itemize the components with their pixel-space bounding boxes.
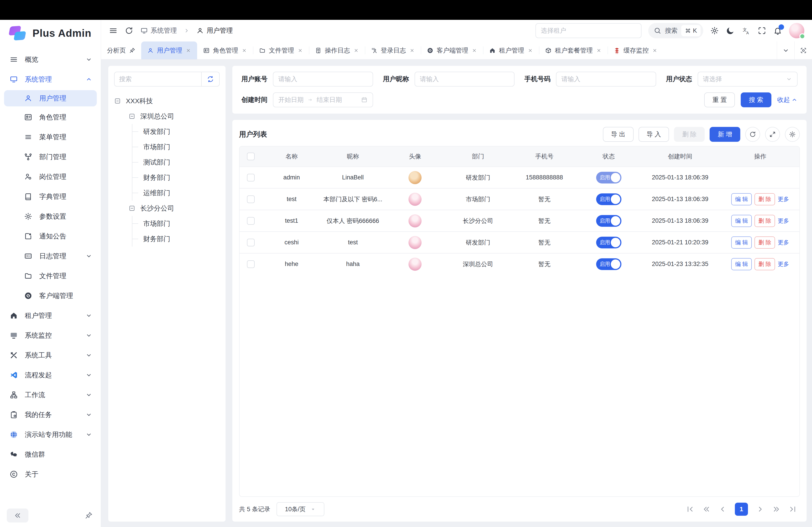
close-icon[interactable] (472, 48, 477, 54)
tab-client-management[interactable]: 客户端管理 (421, 42, 483, 59)
page-size-select[interactable]: 10条/页 (277, 502, 324, 516)
sidebar-item-process-start[interactable]: 流程发起 (0, 365, 101, 385)
delete-row-button[interactable]: 删 除 (754, 258, 775, 270)
sidebar-item-param-settings[interactable]: 参数设置 (0, 207, 101, 226)
tree-node-branch[interactable]: 长沙分公司 (129, 201, 220, 216)
sidebar-item-user-management[interactable]: 用户管理 (4, 90, 97, 106)
tab-tenant-management[interactable]: 租户管理 (483, 42, 539, 59)
sidebar-item-notice[interactable]: 通知公告 (0, 226, 101, 246)
sidebar-item-system-management[interactable]: 系统管理 (0, 70, 101, 89)
tab-analysis[interactable]: 分析页 (101, 42, 141, 59)
collapse-filter-link[interactable]: 收起 (777, 95, 798, 104)
status-toggle[interactable]: 启用 (596, 172, 621, 183)
tab-role-management[interactable]: 角色管理 (197, 42, 253, 59)
breadcrumb-level1[interactable]: 系统管理 (140, 26, 177, 35)
dark-mode-moon-icon[interactable] (726, 26, 735, 35)
close-icon[interactable] (297, 48, 303, 54)
row-checkbox[interactable] (247, 195, 255, 203)
sidebar-item-post-management[interactable]: 岗位管理 (0, 167, 101, 187)
sidebar-item-demo-features[interactable]: 演示站专用功能 (0, 425, 101, 445)
tab-cache-monitor[interactable]: redis 缓存监控 (608, 42, 664, 59)
sidebar-item-dict-management[interactable]: 字典管理 (0, 187, 101, 207)
tab-operation-log[interactable]: 操作日志 (309, 42, 365, 59)
date-range-picker[interactable]: 开始日期 结束日期 (273, 92, 373, 107)
sidebar-item-file-management[interactable]: 文件管理 (0, 266, 101, 286)
jump-back-button[interactable] (702, 505, 710, 513)
close-icon[interactable] (353, 48, 359, 54)
delete-row-button[interactable]: 删 除 (754, 215, 775, 227)
jump-forward-button[interactable] (772, 505, 780, 513)
sidebar-item-wechat-group[interactable]: 微信群 (0, 445, 101, 464)
close-icon[interactable] (596, 48, 602, 54)
tab-tenant-package-management[interactable]: 租户套餐管理 (539, 42, 608, 59)
pin-icon[interactable] (85, 511, 93, 520)
search-button[interactable]: 搜 索 (741, 92, 771, 107)
close-icon[interactable] (185, 48, 191, 54)
tab-file-management[interactable]: 文件管理 (253, 42, 309, 59)
sidebar-item-log-management[interactable]: DEV 日志管理 (0, 246, 101, 266)
account-input[interactable]: 请输入 (273, 72, 373, 87)
prev-page-button[interactable] (719, 505, 727, 513)
edit-button[interactable]: 编 辑 (731, 215, 752, 227)
sidebar-item-tenant-management[interactable]: 租户管理 (0, 306, 101, 326)
content-fullscreen-button[interactable] (794, 42, 812, 59)
edit-button[interactable]: 编 辑 (731, 237, 752, 249)
language-translate-icon[interactable]: 文A (742, 26, 751, 35)
status-toggle[interactable]: 启用 (596, 193, 621, 205)
sidebar-item-about[interactable]: 关于 (0, 464, 101, 484)
sidebar-item-workflow[interactable]: 工作流 (0, 385, 101, 405)
tree-refresh-button[interactable] (201, 72, 219, 86)
sidebar-collapse-button[interactable] (7, 509, 28, 523)
close-icon[interactable] (652, 48, 658, 54)
collapse-square-icon[interactable] (129, 113, 135, 120)
sidebar-item-system-monitor[interactable]: 系统监控 (0, 326, 101, 345)
tab-login-log[interactable]: 登录日志 (365, 42, 421, 59)
status-select[interactable]: 请选择 (698, 72, 798, 87)
sidebar-item-overview[interactable]: 概览 (0, 49, 101, 70)
tree-node-dept[interactable]: 研发部门 (132, 124, 220, 139)
tree-search-input[interactable] (115, 76, 201, 83)
export-button[interactable]: 导 出 (603, 127, 634, 142)
menu-toggle-icon[interactable] (109, 26, 118, 35)
reset-button[interactable]: 重 置 (704, 92, 735, 107)
sidebar-item-system-tools[interactable]: 系统工具 (0, 345, 101, 365)
settings-gear-icon[interactable] (710, 26, 719, 35)
table-refresh-button[interactable] (745, 127, 760, 142)
select-all-checkbox[interactable] (247, 153, 255, 160)
last-page-button[interactable] (788, 505, 797, 513)
edit-button[interactable]: 编 辑 (731, 258, 752, 270)
status-toggle[interactable]: 启用 (596, 258, 621, 270)
breadcrumb-level2[interactable]: 用户管理 (196, 26, 233, 35)
close-icon[interactable] (241, 48, 247, 54)
delete-row-button[interactable]: 删 除 (754, 237, 775, 249)
add-button[interactable]: 新 增 (710, 127, 740, 142)
phone-input[interactable]: 请输入 (556, 72, 656, 87)
app-logo[interactable]: Plus Admin (0, 20, 101, 46)
close-icon[interactable] (527, 48, 533, 54)
sidebar-item-role-management[interactable]: 角色管理 (0, 107, 101, 127)
more-button[interactable]: 更多 (778, 239, 789, 246)
more-button[interactable]: 更多 (778, 260, 789, 268)
first-page-button[interactable] (686, 505, 694, 513)
notifications-bell-icon[interactable] (773, 26, 782, 35)
sidebar-item-menu-management[interactable]: 菜单管理 (0, 127, 101, 147)
tab-user-management[interactable]: 用户管理 (141, 42, 197, 59)
edit-button[interactable]: 编 辑 (731, 193, 752, 205)
current-page-button[interactable]: 1 (735, 503, 748, 516)
import-button[interactable]: 导 入 (639, 127, 669, 142)
refresh-icon[interactable] (125, 26, 133, 35)
row-checkbox[interactable] (247, 217, 255, 225)
tree-node-dept[interactable]: 运维部门 (132, 185, 220, 201)
status-toggle[interactable]: 启用 (596, 237, 621, 249)
tree-node-dept[interactable]: 市场部门 (132, 139, 220, 155)
user-avatar[interactable] (789, 23, 804, 38)
pin-icon[interactable] (129, 47, 135, 54)
row-checkbox[interactable] (247, 239, 255, 246)
tab-list-dropdown-button[interactable] (777, 42, 794, 59)
tree-node-branch[interactable]: 深圳总公司 (129, 109, 220, 124)
more-button[interactable]: 更多 (778, 217, 789, 225)
close-icon[interactable] (409, 48, 415, 54)
tree-node-dept[interactable]: 市场部门 (132, 216, 220, 231)
global-search-button[interactable]: 搜索 K (648, 23, 703, 38)
row-checkbox[interactable] (247, 260, 255, 268)
